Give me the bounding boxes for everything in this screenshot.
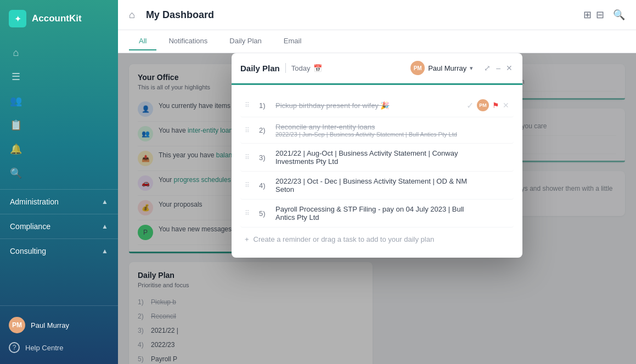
modal-item-2[interactable]: ⠿ 2) Reconcile any Inter-entity loans 20… — [240, 117, 514, 144]
drag-handle-icon-5[interactable]: ⠿ — [245, 209, 254, 217]
delete-icon-3[interactable]: ✕ — [503, 153, 509, 162]
topbar-home-icon: ⌂ — [129, 9, 135, 21]
close-icon[interactable]: ✕ — [505, 62, 514, 73]
item-user-avatar: PM — [477, 99, 489, 111]
modal-item-3-num: 3) — [259, 153, 270, 162]
sidebar-nav-bell[interactable]: 🔔 — [0, 138, 118, 161]
delete-icon-2[interactable]: ✕ — [503, 126, 509, 135]
topbar-title: My Dashboard — [146, 9, 214, 21]
modal-date-label: Today — [291, 64, 311, 72]
modal-item-1[interactable]: ⠿ 1) Pickup birthday present for wifey 🎉… — [240, 94, 514, 117]
tabbar: All Notifications Daily Plan Email — [118, 30, 636, 53]
sidebar-help[interactable]: ? Help Centre — [9, 338, 109, 357]
delete-icon-4[interactable]: ✕ — [503, 181, 509, 190]
sidebar-nav-search[interactable]: 🔍 — [0, 162, 118, 185]
delete-icon[interactable]: ✕ — [503, 101, 509, 110]
chevron-up-icon: ▲ — [102, 198, 108, 206]
sidebar-section-compliance-label: Compliance — [10, 222, 50, 231]
columns-icon[interactable]: ⊟ — [596, 9, 604, 21]
dashboard-content: Your Office This is all of your highligh… — [118, 53, 636, 364]
chevron-up-icon-2: ▲ — [102, 223, 108, 230]
modal-item-2-subtext: 2022/23 | Jun-Sep | Business Activity St… — [275, 131, 476, 138]
modal-item-3[interactable]: ⠿ 3) 2021/22 | Aug-Oct | Business Activi… — [240, 144, 514, 172]
daily-plan-modal: Daily Plan Today 📅 PM Paul Murray ▾ ⤢ — [232, 53, 522, 258]
modal-item-3-text: 2021/22 | Aug-Oct | Business Activity St… — [275, 149, 476, 166]
sidebar-nav-list[interactable]: ☰ — [0, 65, 118, 88]
modal-overlay: Daily Plan Today 📅 PM Paul Murray ▾ ⤢ — [118, 53, 636, 364]
home-icon: ⌂ — [10, 47, 22, 59]
sidebar-section-consulting-header[interactable]: Consulting ▲ — [0, 241, 118, 261]
delete-icon-5[interactable]: ✕ — [503, 209, 509, 218]
bell-icon: 🔔 — [10, 143, 22, 155]
modal-user-name: Paul Murray — [428, 64, 466, 72]
check-icon[interactable]: ✓ — [466, 100, 474, 111]
sidebar-section-compliance-header[interactable]: Compliance ▲ — [0, 217, 118, 236]
chevron-down-icon: ▾ — [470, 65, 473, 72]
modal-title: Daily Plan — [240, 64, 280, 73]
search-icon: 🔍 — [10, 167, 22, 179]
help-icon: ? — [9, 342, 20, 353]
modal-item-5[interactable]: ⠿ 5) Payroll Processing & STP Filing - p… — [240, 200, 514, 228]
modal-item-2-content: Reconcile any Inter-entity loans 2022/23… — [275, 123, 476, 138]
check-icon-5[interactable]: ✓ — [482, 208, 489, 219]
check-icon-4[interactable]: ✓ — [482, 180, 489, 191]
tab-notifications[interactable]: Notifications — [159, 32, 217, 50]
modal-item-4-num: 4) — [259, 181, 270, 190]
sidebar-nav-clipboard[interactable]: 📋 — [0, 113, 118, 136]
user-name: Paul Murray — [31, 321, 69, 329]
topbar: ⌂ My Dashboard ⊞ ⊟ 🔍 — [118, 0, 636, 30]
modal-item-1-actions: ✓ PM ⚑ ✕ — [466, 99, 509, 111]
modal-item-4[interactable]: ⠿ 4) 2022/23 | Oct - Dec | Business Acti… — [240, 172, 514, 200]
plus-icon-modal: + — [245, 235, 249, 243]
sidebar-footer: PM Paul Murray ? Help Centre — [0, 305, 118, 364]
modal-today[interactable]: Today 📅 — [291, 64, 323, 72]
topbar-icons: ⊞ ⊟ 🔍 — [583, 9, 625, 21]
tab-all[interactable]: All — [129, 32, 156, 50]
modal-header: Daily Plan Today 📅 PM Paul Murray ▾ ⤢ — [232, 53, 522, 83]
drag-handle-icon-4[interactable]: ⠿ — [245, 181, 254, 189]
sidebar-nav-home[interactable]: ⌂ — [0, 42, 118, 64]
modal-item-4-text: 2022/23 | Oct - Dec | Business Activity … — [275, 177, 476, 194]
create-reminder-label: Create a reminder or drag a task to add … — [254, 235, 435, 243]
drag-handle-icon[interactable]: ⠿ — [245, 101, 254, 109]
tab-email[interactable]: Email — [274, 32, 312, 50]
check-icon-3[interactable]: ✓ — [482, 152, 489, 163]
sidebar-nav-icons: ⌂ ☰ 👥 📋 🔔 🔍 — [0, 37, 118, 189]
flag-icon-4[interactable]: ⚑ — [492, 181, 499, 190]
flag-icon-2[interactable]: ⚑ — [492, 126, 499, 135]
drag-handle-icon-3[interactable]: ⠿ — [245, 153, 254, 161]
logo-icon: ✦ — [9, 10, 26, 27]
minimize-icon[interactable]: – — [495, 62, 502, 73]
tab-daily-plan[interactable]: Daily Plan — [219, 32, 272, 50]
modal-item-2-text: Reconcile any Inter-entity loans — [275, 123, 476, 131]
sidebar: ✦ AccountKit ⌂ ☰ 👥 📋 🔔 🔍 — [0, 0, 118, 364]
topbar-search-icon[interactable]: 🔍 — [613, 9, 625, 21]
grid-icon[interactable]: ⊞ — [583, 9, 592, 21]
sidebar-user[interactable]: PM Paul Murray — [9, 312, 109, 338]
app-name: AccountKit — [32, 13, 82, 24]
calendar-icon: 📅 — [313, 64, 322, 72]
diagonal-arrows-icon[interactable]: ⤢ — [483, 62, 492, 73]
topbar-grid-icons: ⊞ ⊟ — [583, 9, 604, 21]
flag-icon-5[interactable]: ⚑ — [492, 209, 499, 218]
modal-create-reminder[interactable]: + Create a reminder or drag a task to ad… — [240, 230, 514, 249]
modal-item-5-text: Payroll Processing & STP Filing - pay on… — [275, 205, 476, 221]
clipboard-icon: 📋 — [10, 119, 22, 131]
list-icon: ☰ — [10, 71, 22, 83]
flag-icon[interactable]: ⚑ — [492, 101, 499, 110]
sidebar-section-consulting: Consulting ▲ — [0, 238, 118, 263]
sidebar-section-administration: Administration ▲ — [0, 189, 118, 214]
sidebar-section-administration-header[interactable]: Administration ▲ — [0, 192, 118, 212]
sidebar-section-compliance: Compliance ▲ — [0, 214, 118, 238]
flag-icon-3[interactable]: ⚑ — [492, 153, 499, 162]
drag-handle-icon-2[interactable]: ⠿ — [245, 127, 254, 134]
modal-user-avatar: PM — [410, 61, 425, 75]
modal-user[interactable]: PM Paul Murray ▾ — [410, 61, 473, 75]
help-label: Help Centre — [25, 344, 63, 352]
modal-header-divider — [285, 63, 286, 73]
modal-item-5-num: 5) — [259, 209, 270, 218]
people-icon: 👥 — [10, 95, 22, 107]
modal-item-2-num: 2) — [259, 126, 270, 134]
check-icon-2[interactable]: ✓ — [482, 125, 489, 135]
sidebar-nav-people[interactable]: 👥 — [0, 89, 118, 112]
